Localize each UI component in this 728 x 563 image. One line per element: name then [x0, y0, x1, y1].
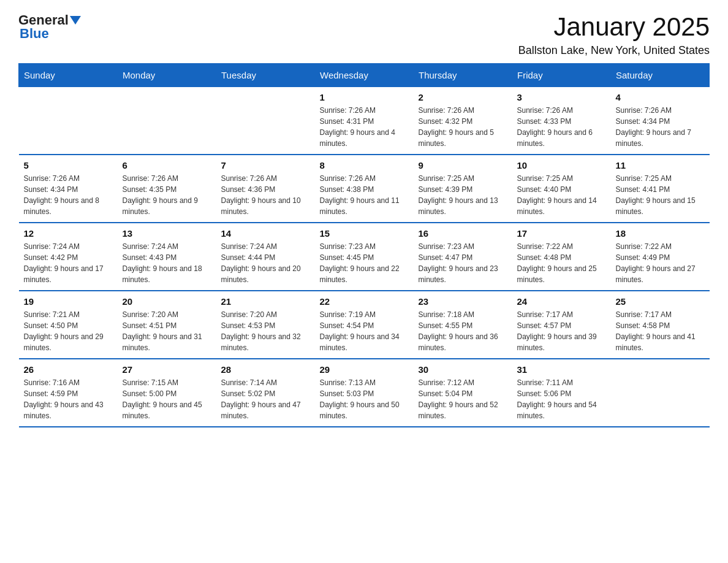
calendar-cell: 16Sunrise: 7:23 AM Sunset: 4:47 PM Dayli…: [414, 223, 512, 291]
day-info: Sunrise: 7:20 AM Sunset: 4:51 PM Dayligh…: [123, 309, 211, 353]
weekday-header-thursday: Thursday: [414, 64, 512, 87]
day-info: Sunrise: 7:26 AM Sunset: 4:38 PM Dayligh…: [320, 173, 409, 217]
calendar-cell: 20Sunrise: 7:20 AM Sunset: 4:51 PM Dayli…: [118, 291, 216, 359]
day-info: Sunrise: 7:23 AM Sunset: 4:47 PM Dayligh…: [419, 241, 507, 285]
title-section: January 2025 Ballston Lake, New York, Un…: [518, 12, 710, 57]
day-number: 11: [616, 160, 705, 170]
day-info: Sunrise: 7:13 AM Sunset: 5:03 PM Dayligh…: [320, 377, 409, 421]
calendar-week-row: 19Sunrise: 7:21 AM Sunset: 4:50 PM Dayli…: [19, 291, 710, 359]
calendar-week-row: 12Sunrise: 7:24 AM Sunset: 4:42 PM Dayli…: [19, 223, 710, 291]
logo-triangle-icon: [70, 16, 81, 26]
calendar-cell: 29Sunrise: 7:13 AM Sunset: 5:03 PM Dayli…: [315, 359, 414, 427]
day-number: 26: [24, 364, 113, 375]
calendar-cell: 25Sunrise: 7:17 AM Sunset: 4:58 PM Dayli…: [611, 291, 710, 359]
day-number: 31: [517, 364, 606, 375]
day-number: 5: [24, 160, 113, 170]
calendar-cell: 4Sunrise: 7:26 AM Sunset: 4:34 PM Daylig…: [611, 87, 710, 155]
svg-marker-0: [70, 16, 81, 25]
day-number: 9: [419, 160, 507, 170]
calendar-table: SundayMondayTuesdayWednesdayThursdayFrid…: [18, 63, 710, 427]
calendar-cell: 7Sunrise: 7:26 AM Sunset: 4:36 PM Daylig…: [216, 155, 315, 223]
calendar-cell: 28Sunrise: 7:14 AM Sunset: 5:02 PM Dayli…: [216, 359, 315, 427]
day-info: Sunrise: 7:26 AM Sunset: 4:32 PM Dayligh…: [419, 105, 507, 149]
day-number: 30: [419, 364, 507, 375]
calendar-cell: 24Sunrise: 7:17 AM Sunset: 4:57 PM Dayli…: [512, 291, 611, 359]
day-number: 21: [221, 296, 310, 307]
calendar-cell: [118, 87, 216, 155]
calendar-cell: 6Sunrise: 7:26 AM Sunset: 4:35 PM Daylig…: [118, 155, 216, 223]
day-info: Sunrise: 7:23 AM Sunset: 4:45 PM Dayligh…: [320, 241, 409, 285]
calendar-cell: 15Sunrise: 7:23 AM Sunset: 4:45 PM Dayli…: [315, 223, 414, 291]
day-number: 16: [419, 228, 507, 239]
day-info: Sunrise: 7:24 AM Sunset: 4:44 PM Dayligh…: [221, 241, 310, 285]
day-number: 13: [123, 228, 211, 239]
weekday-header-monday: Monday: [118, 64, 216, 87]
calendar-cell: 2Sunrise: 7:26 AM Sunset: 4:32 PM Daylig…: [414, 87, 512, 155]
day-info: Sunrise: 7:26 AM Sunset: 4:34 PM Dayligh…: [24, 173, 113, 217]
calendar-cell: 5Sunrise: 7:26 AM Sunset: 4:34 PM Daylig…: [19, 155, 118, 223]
calendar-cell: 17Sunrise: 7:22 AM Sunset: 4:48 PM Dayli…: [512, 223, 611, 291]
calendar-cell: 3Sunrise: 7:26 AM Sunset: 4:33 PM Daylig…: [512, 87, 611, 155]
day-number: 22: [320, 296, 409, 307]
day-number: 24: [517, 296, 606, 307]
day-number: 27: [123, 364, 211, 375]
calendar-cell: 27Sunrise: 7:15 AM Sunset: 5:00 PM Dayli…: [118, 359, 216, 427]
day-info: Sunrise: 7:26 AM Sunset: 4:33 PM Dayligh…: [517, 105, 606, 149]
day-number: 10: [517, 160, 606, 170]
day-number: 15: [320, 228, 409, 239]
day-number: 4: [616, 92, 705, 102]
day-number: 29: [320, 364, 409, 375]
calendar-cell: 30Sunrise: 7:12 AM Sunset: 5:04 PM Dayli…: [414, 359, 512, 427]
day-info: Sunrise: 7:19 AM Sunset: 4:54 PM Dayligh…: [320, 309, 409, 353]
day-info: Sunrise: 7:15 AM Sunset: 5:00 PM Dayligh…: [123, 377, 211, 421]
day-info: Sunrise: 7:22 AM Sunset: 4:49 PM Dayligh…: [616, 241, 705, 285]
calendar-cell: 31Sunrise: 7:11 AM Sunset: 5:06 PM Dayli…: [512, 359, 611, 427]
day-info: Sunrise: 7:26 AM Sunset: 4:35 PM Dayligh…: [123, 173, 211, 217]
calendar-cell: 1Sunrise: 7:26 AM Sunset: 4:31 PM Daylig…: [315, 87, 414, 155]
day-info: Sunrise: 7:18 AM Sunset: 4:55 PM Dayligh…: [419, 309, 507, 353]
day-number: 25: [616, 296, 705, 307]
day-number: 28: [221, 364, 310, 375]
calendar-subtitle: Ballston Lake, New York, United States: [518, 44, 710, 57]
logo-blue-text: Blue: [20, 26, 81, 42]
day-info: Sunrise: 7:17 AM Sunset: 4:58 PM Dayligh…: [616, 309, 705, 353]
day-info: Sunrise: 7:17 AM Sunset: 4:57 PM Dayligh…: [517, 309, 606, 353]
day-info: Sunrise: 7:25 AM Sunset: 4:41 PM Dayligh…: [616, 173, 705, 217]
calendar-week-row: 26Sunrise: 7:16 AM Sunset: 4:59 PM Dayli…: [19, 359, 710, 427]
day-info: Sunrise: 7:20 AM Sunset: 4:53 PM Dayligh…: [221, 309, 310, 353]
page-header: General Blue January 2025 Ballston Lake,…: [18, 12, 710, 57]
calendar-cell: [216, 87, 315, 155]
day-info: Sunrise: 7:16 AM Sunset: 4:59 PM Dayligh…: [24, 377, 113, 421]
calendar-cell: 23Sunrise: 7:18 AM Sunset: 4:55 PM Dayli…: [414, 291, 512, 359]
calendar-cell: 11Sunrise: 7:25 AM Sunset: 4:41 PM Dayli…: [611, 155, 710, 223]
calendar-cell: 13Sunrise: 7:24 AM Sunset: 4:43 PM Dayli…: [118, 223, 216, 291]
day-number: 2: [419, 92, 507, 102]
day-number: 6: [123, 160, 211, 170]
day-info: Sunrise: 7:21 AM Sunset: 4:50 PM Dayligh…: [24, 309, 113, 353]
day-number: 3: [517, 92, 606, 102]
calendar-cell: 21Sunrise: 7:20 AM Sunset: 4:53 PM Dayli…: [216, 291, 315, 359]
weekday-header-row: SundayMondayTuesdayWednesdayThursdayFrid…: [19, 64, 710, 87]
day-number: 20: [123, 296, 211, 307]
calendar-cell: 12Sunrise: 7:24 AM Sunset: 4:42 PM Dayli…: [19, 223, 118, 291]
day-info: Sunrise: 7:24 AM Sunset: 4:42 PM Dayligh…: [24, 241, 113, 285]
calendar-week-row: 5Sunrise: 7:26 AM Sunset: 4:34 PM Daylig…: [19, 155, 710, 223]
day-number: 8: [320, 160, 409, 170]
weekday-header-wednesday: Wednesday: [315, 64, 414, 87]
day-number: 23: [419, 296, 507, 307]
day-info: Sunrise: 7:26 AM Sunset: 4:34 PM Dayligh…: [616, 105, 705, 149]
day-info: Sunrise: 7:25 AM Sunset: 4:39 PM Dayligh…: [419, 173, 507, 217]
day-info: Sunrise: 7:26 AM Sunset: 4:31 PM Dayligh…: [320, 105, 409, 149]
day-info: Sunrise: 7:11 AM Sunset: 5:06 PM Dayligh…: [517, 377, 606, 421]
calendar-week-row: 1Sunrise: 7:26 AM Sunset: 4:31 PM Daylig…: [19, 87, 710, 155]
calendar-cell: 8Sunrise: 7:26 AM Sunset: 4:38 PM Daylig…: [315, 155, 414, 223]
day-number: 14: [221, 228, 310, 239]
weekday-header-sunday: Sunday: [19, 64, 118, 87]
calendar-cell: [19, 87, 118, 155]
day-number: 1: [320, 92, 409, 102]
day-number: 17: [517, 228, 606, 239]
calendar-title: January 2025: [518, 12, 710, 42]
day-number: 18: [616, 228, 705, 239]
calendar-cell: 19Sunrise: 7:21 AM Sunset: 4:50 PM Dayli…: [19, 291, 118, 359]
day-info: Sunrise: 7:26 AM Sunset: 4:36 PM Dayligh…: [221, 173, 310, 217]
